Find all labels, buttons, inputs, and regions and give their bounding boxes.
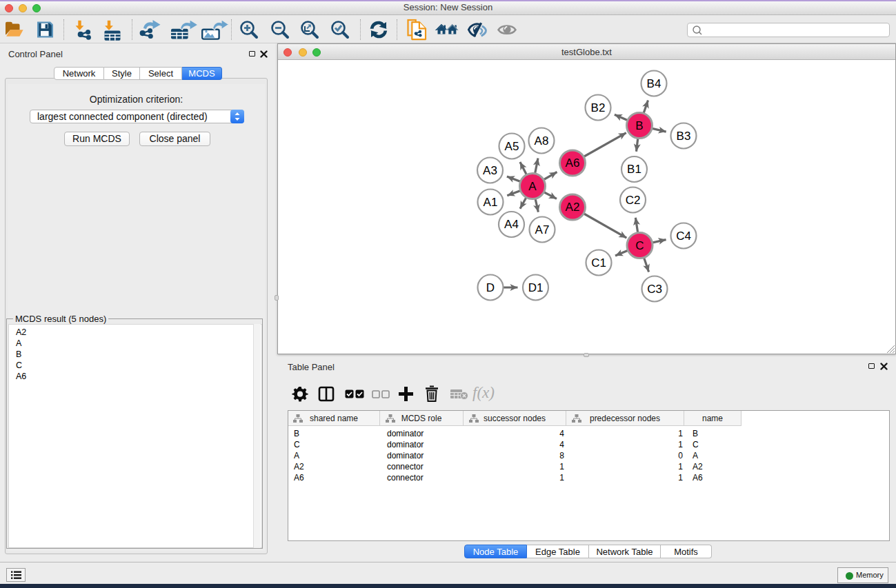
svg-text:A7: A7 xyxy=(535,223,550,236)
svg-text:A2: A2 xyxy=(566,201,580,214)
svg-text:D: D xyxy=(486,281,495,294)
svg-text:B4: B4 xyxy=(647,77,661,90)
svg-text:C4: C4 xyxy=(676,230,691,243)
svg-text:A4: A4 xyxy=(504,218,519,231)
svg-text:B2: B2 xyxy=(591,101,606,114)
svg-text:A5: A5 xyxy=(505,140,519,153)
svg-text:C3: C3 xyxy=(647,283,662,296)
svg-text:A6: A6 xyxy=(566,156,580,170)
svg-text:D1: D1 xyxy=(528,281,544,294)
svg-text:A1: A1 xyxy=(484,196,498,209)
svg-text:B1: B1 xyxy=(627,163,641,176)
svg-text:A8: A8 xyxy=(535,134,549,148)
svg-text:C2: C2 xyxy=(626,194,641,207)
svg-text:C1: C1 xyxy=(591,256,606,270)
svg-text:A3: A3 xyxy=(483,164,497,177)
svg-text:B: B xyxy=(635,119,643,132)
svg-text:B3: B3 xyxy=(677,130,691,143)
svg-text:C: C xyxy=(635,239,644,252)
svg-text:A: A xyxy=(528,180,537,193)
